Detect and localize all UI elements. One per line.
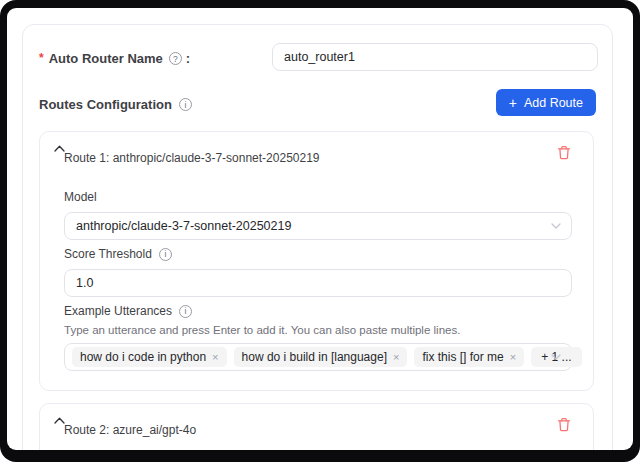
trash-icon: [557, 417, 571, 432]
utterance-tag-text: how do i build in [language]: [242, 350, 387, 364]
auto-router-name-label-text: Auto Router Name: [49, 51, 163, 66]
auto-router-form-card: * Auto Router Name ? : Routes Configurat…: [22, 24, 613, 450]
plus-icon: +: [509, 96, 517, 110]
auto-router-name-label: * Auto Router Name ? :: [39, 51, 190, 66]
score-threshold-label-text: Score Threshold: [64, 247, 152, 261]
remove-tag-icon[interactable]: ×: [393, 352, 399, 363]
delete-route-1-button[interactable]: [555, 143, 573, 161]
app-window: * Auto Router Name ? : Routes Configurat…: [0, 0, 640, 462]
model-select-value: anthropic/claude-3-7-sonnet-20250219: [76, 219, 291, 233]
trash-icon: [557, 145, 571, 160]
question-circle-icon[interactable]: ?: [169, 52, 182, 65]
utterance-tag-text: how do i code in python: [80, 350, 206, 364]
route-1-title: Route 1: anthropic/claude-3-7-sonnet-202…: [64, 151, 320, 165]
model-label-text: Model: [64, 190, 97, 204]
utterance-tag: fix this [] for me ×: [414, 347, 524, 367]
route-2-title: Route 2: azure_ai/gpt-4o: [64, 423, 196, 437]
app-screen: * Auto Router Name ? : Routes Configurat…: [7, 8, 633, 450]
add-route-button[interactable]: + Add Route: [496, 89, 596, 116]
example-utterances-label: Example Utterances i: [64, 304, 192, 318]
chevron-down-icon: [551, 223, 561, 229]
required-asterisk: *: [39, 51, 44, 65]
score-threshold-label: Score Threshold i: [64, 247, 172, 261]
utterances-helper-text: Type an utterance and press Enter to add…: [64, 324, 460, 336]
remove-tag-icon[interactable]: ×: [510, 352, 516, 363]
info-circle-icon[interactable]: i: [179, 98, 192, 111]
routes-configuration-label-text: Routes Configuration: [39, 97, 172, 112]
utterance-tag: how do i code in python ×: [72, 347, 227, 367]
model-label: Model: [64, 190, 97, 204]
info-circle-icon[interactable]: i: [159, 248, 172, 261]
chevron-down-icon: [551, 354, 561, 360]
score-threshold-input[interactable]: [64, 269, 572, 297]
chevron-up-icon: [54, 417, 65, 424]
utterances-multiselect[interactable]: how do i code in python × how do i build…: [64, 343, 572, 371]
delete-route-2-button[interactable]: [555, 415, 573, 433]
example-utterances-label-text: Example Utterances: [64, 304, 172, 318]
utterance-tag: how do i build in [language] ×: [234, 347, 408, 367]
route-card-1: Route 1: anthropic/claude-3-7-sonnet-202…: [39, 131, 594, 391]
info-circle-icon[interactable]: i: [179, 305, 192, 318]
utterance-tag-text: fix this [] for me: [422, 350, 503, 364]
add-route-button-label: Add Route: [524, 96, 583, 110]
chevron-up-icon: [54, 145, 65, 152]
auto-router-name-input[interactable]: [272, 43, 598, 71]
routes-configuration-label: Routes Configuration i: [39, 97, 192, 112]
model-select[interactable]: anthropic/claude-3-7-sonnet-20250219: [64, 212, 572, 240]
route-card-2: Route 2: azure_ai/gpt-4o: [39, 403, 594, 450]
label-colon: :: [186, 51, 190, 66]
remove-tag-icon[interactable]: ×: [212, 352, 218, 363]
